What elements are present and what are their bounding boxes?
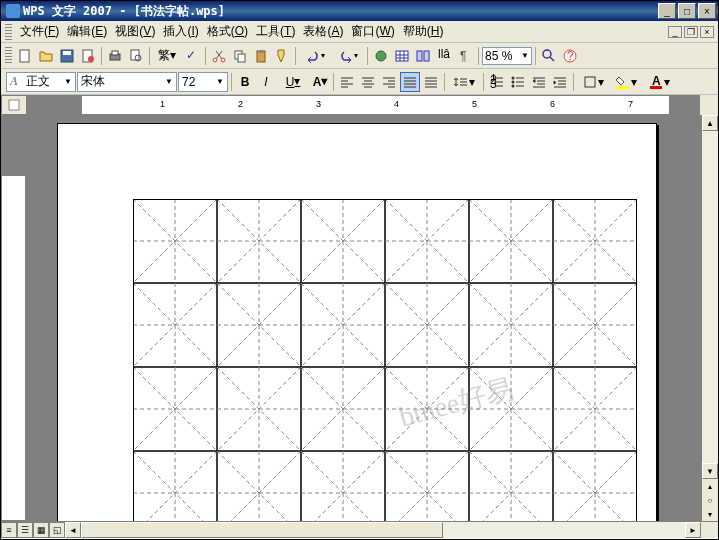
maximize-button[interactable]: □	[678, 3, 696, 19]
format-toolbar: A正文▼ 宋体▼ 72▼ B I U▾ A▾ ▾ 123 ▾ ▾ A▾	[1, 69, 718, 95]
align-distribute-button[interactable]	[421, 72, 441, 92]
svg-rect-15	[259, 50, 263, 53]
svg-rect-13	[238, 54, 245, 62]
vertical-scrollbar[interactable]: ▲ ▼ ▴ ○ ▾	[701, 115, 718, 521]
copy-button[interactable]	[230, 46, 250, 66]
document-view[interactable]: btnee好易	[27, 115, 701, 521]
page-view-button[interactable]: ▦	[33, 522, 49, 538]
print-button[interactable]	[105, 46, 125, 66]
minimize-button[interactable]: _	[658, 3, 676, 19]
traditional-button[interactable]: 繁▾	[153, 46, 181, 66]
menu-f[interactable]: 文件(F)	[16, 21, 63, 42]
close-button[interactable]: ×	[698, 3, 716, 19]
decrease-indent-button[interactable]	[529, 72, 549, 92]
print-preview-button[interactable]	[126, 46, 146, 66]
svg-rect-18	[417, 51, 422, 61]
svg-text:✓: ✓	[186, 48, 196, 62]
svg-rect-2	[63, 51, 71, 55]
export-pdf-button[interactable]	[78, 46, 98, 66]
standard-toolbar: 繁▾ ✓ ▾ ▾ llâ ¶ 85 %▼ ?	[1, 43, 718, 69]
web-view-button[interactable]: ◱	[49, 522, 65, 538]
numbered-list-button[interactable]: 123	[487, 72, 507, 92]
font-size-combo[interactable]: 72▼	[178, 72, 228, 92]
undo-button[interactable]: ▾	[299, 46, 331, 66]
browse-object-button[interactable]: ○	[702, 493, 718, 507]
cut-button[interactable]	[209, 46, 229, 66]
save-button[interactable]	[57, 46, 77, 66]
svg-point-16	[376, 51, 386, 61]
title-bar: WPS 文字 2007 - [书法字帖.wps] _ □ ×	[1, 1, 718, 21]
scroll-thumb[interactable]	[81, 522, 443, 538]
increase-indent-button[interactable]	[550, 72, 570, 92]
ruler-corner[interactable]	[1, 95, 27, 115]
align-right-button[interactable]	[379, 72, 399, 92]
show-marks-button[interactable]: ¶	[455, 46, 475, 66]
next-page-button[interactable]: ▾	[702, 507, 718, 521]
menu-bar: 文件(F)编辑(E)视图(V)插入(I)格式(O)工具(T)表格(A)窗口(W)…	[1, 21, 718, 43]
find-button[interactable]	[539, 46, 559, 66]
ruler-area: 1234567	[1, 95, 718, 115]
text-direction-button[interactable]: llâ	[434, 46, 454, 66]
scroll-right-button[interactable]: ►	[685, 522, 701, 538]
menu-o[interactable]: 格式(O)	[203, 21, 252, 42]
normal-view-button[interactable]: ≡	[1, 522, 17, 538]
grip-icon	[5, 24, 12, 40]
redo-button[interactable]: ▾	[332, 46, 364, 66]
horizontal-scrollbar[interactable]: ≡ ☰ ▦ ◱ ◄ ►	[1, 521, 718, 538]
menu-e[interactable]: 编辑(E)	[63, 21, 111, 42]
scroll-track[interactable]	[81, 522, 685, 538]
menu-w[interactable]: 窗口(W)	[347, 21, 398, 42]
hyperlink-button[interactable]	[371, 46, 391, 66]
menu-v[interactable]: 视图(V)	[111, 21, 159, 42]
doc-close-button[interactable]: ×	[700, 26, 714, 38]
font-color-button[interactable]: A▾	[643, 72, 675, 92]
svg-rect-0	[20, 50, 29, 62]
format-painter-button[interactable]	[272, 46, 292, 66]
doc-minimize-button[interactable]: _	[668, 26, 682, 38]
zoom-combo[interactable]: 85 %▼	[482, 47, 532, 65]
scroll-track[interactable]	[702, 131, 718, 463]
outline-view-button[interactable]: ☰	[17, 522, 33, 538]
svg-rect-19	[424, 51, 429, 61]
prev-page-button[interactable]: ▴	[702, 479, 718, 493]
menu-a[interactable]: 表格(A)	[299, 21, 347, 42]
svg-point-29	[512, 80, 515, 83]
svg-rect-35	[9, 100, 19, 110]
svg-text:¶: ¶	[460, 49, 466, 63]
app-icon	[6, 4, 20, 18]
svg-rect-32	[617, 86, 629, 89]
bold-button[interactable]: B	[235, 72, 255, 92]
line-spacing-button[interactable]: ▾	[448, 72, 480, 92]
underline-button[interactable]: U▾	[277, 72, 309, 92]
font-effect-button[interactable]: A▾	[310, 72, 330, 92]
menu-h[interactable]: 帮助(H)	[399, 21, 448, 42]
scroll-left-button[interactable]: ◄	[65, 522, 81, 538]
open-button[interactable]	[36, 46, 56, 66]
style-combo[interactable]: A正文▼	[6, 72, 76, 92]
help-button[interactable]: ?	[560, 46, 580, 66]
font-combo[interactable]: 宋体▼	[77, 72, 177, 92]
table-button[interactable]	[392, 46, 412, 66]
highlight-button[interactable]: ▾	[610, 72, 642, 92]
page[interactable]: btnee好易	[57, 123, 657, 521]
border-button[interactable]: ▾	[577, 72, 609, 92]
paste-button[interactable]	[251, 46, 271, 66]
vertical-ruler[interactable]	[1, 115, 27, 521]
scroll-down-button[interactable]: ▼	[702, 463, 718, 479]
columns-button[interactable]	[413, 46, 433, 66]
bullet-list-button[interactable]	[508, 72, 528, 92]
align-center-button[interactable]	[358, 72, 378, 92]
menu-t[interactable]: 工具(T)	[252, 21, 299, 42]
align-left-button[interactable]	[337, 72, 357, 92]
new-button[interactable]	[15, 46, 35, 66]
scroll-up-button[interactable]: ▲	[702, 115, 718, 131]
doc-restore-button[interactable]: ❐	[684, 26, 698, 38]
calligraphy-grid	[133, 199, 637, 521]
horizontal-ruler[interactable]: 1234567	[27, 95, 700, 115]
spellcheck-button[interactable]: ✓	[182, 46, 202, 66]
svg-point-11	[221, 58, 225, 62]
italic-button[interactable]: I	[256, 72, 276, 92]
align-justify-button[interactable]	[400, 72, 420, 92]
grip-icon	[5, 47, 12, 65]
menu-i[interactable]: 插入(I)	[159, 21, 202, 42]
